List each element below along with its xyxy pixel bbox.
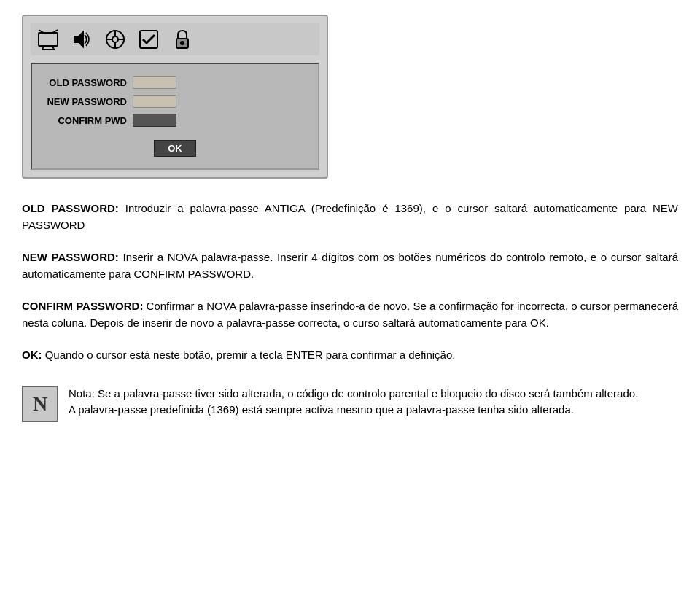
note-icon: N [22,386,58,422]
new-password-input[interactable] [133,95,176,108]
device-screen: OLD PASSWORD NEW PASSWORD CONFIRM PWD OK [31,63,319,170]
confirm-pwd-row: CONFIRM PWD [47,114,303,127]
ok-button[interactable]: OK [154,140,196,157]
new-password-row: NEW PASSWORD [47,95,303,108]
note-section: N Nota: Se a palavra-passe tiver sido al… [22,386,678,422]
new-password-description: NEW PASSWORD: Inserir a NOVA palavra-pas… [22,249,678,282]
ok-section-text: Quando o cursor está neste botão, premir… [45,349,456,361]
ok-description: OK: Quando o cursor está neste botão, pr… [22,347,678,364]
new-password-label: NEW PASSWORD [47,96,127,107]
note-text-block: Nota: Se a palavra-passe tiver sido alte… [69,386,638,419]
lock-icon [169,26,195,52]
old-password-section-label: OLD PASSWORD: [22,202,119,214]
old-password-section: OLD PASSWORD: Introduzir a palavra-passe… [22,201,678,233]
new-password-section-text: Inserir a NOVA palavra-passe. Inserir 4 … [22,251,678,280]
old-password-row: OLD PASSWORD [47,76,303,89]
ok-section-label: OK: [22,349,42,361]
old-password-label: OLD PASSWORD [47,77,127,88]
svg-point-15 [181,42,184,44]
new-password-section-label: NEW PASSWORD: [22,251,119,263]
old-password-section-text: Introduzir a palavra-passe ANTIGA (Prede… [22,202,678,231]
confirm-password-section: CONFIRM PASSWORD: Confirmar a NOVA palav… [22,298,678,331]
checkbox-icon [136,26,162,52]
video-icon [102,26,128,52]
device-toolbar [31,23,319,55]
tv-icon [35,26,61,52]
new-password-section: NEW PASSWORD: Inserir a NOVA palavra-pas… [22,249,678,282]
svg-rect-0 [39,33,58,46]
confirm-pwd-label: CONFIRM PWD [47,115,127,126]
sound-icon [69,26,95,52]
ok-button-row: OK [47,140,303,157]
note-line-2: A palavra-passe predefinida (1369) está … [69,402,638,419]
password-form: OLD PASSWORD NEW PASSWORD CONFIRM PWD OK [47,76,303,157]
ok-section: OK: Quando o cursor está neste botão, pr… [22,347,678,364]
note-line-1: Nota: Se a palavra-passe tiver sido alte… [69,386,638,402]
confirm-pwd-input[interactable] [133,114,176,127]
old-password-description: OLD PASSWORD: Introduzir a palavra-passe… [22,201,678,233]
confirm-password-section-label: CONFIRM PASSWORD: [22,300,143,312]
svg-marker-6 [74,32,83,47]
svg-point-8 [112,36,118,42]
old-password-input[interactable] [133,76,176,89]
confirm-password-description: CONFIRM PASSWORD: Confirmar a NOVA palav… [22,298,678,331]
device-panel: OLD PASSWORD NEW PASSWORD CONFIRM PWD OK [22,15,328,179]
